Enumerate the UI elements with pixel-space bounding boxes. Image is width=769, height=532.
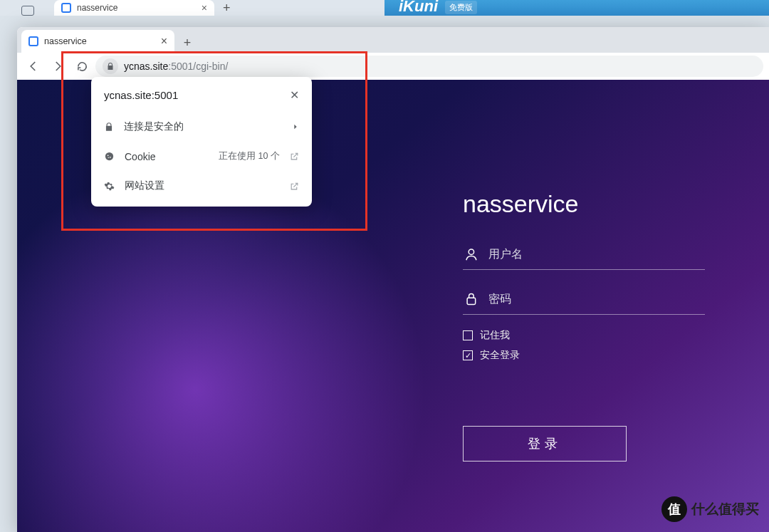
- secure-login-row[interactable]: ✓ 安全登录: [463, 349, 705, 362]
- site-info-popover: ycnas.site:5001 ✕ 连接是安全的 Cookie 正在使用 10 …: [91, 77, 312, 207]
- svg-point-2: [105, 152, 113, 160]
- site-settings-label: 网站设置: [125, 179, 164, 192]
- url-text: ycnas.site:5001/cgi-bin/: [124, 61, 228, 72]
- svg-point-3: [108, 155, 109, 156]
- favicon-icon: [61, 3, 71, 13]
- lock-icon: [464, 291, 478, 307]
- secure-login-checkbox[interactable]: ✓: [463, 350, 473, 360]
- login-button[interactable]: 登录: [463, 426, 627, 461]
- close-tab-icon[interactable]: ×: [161, 35, 167, 48]
- lock-icon: [104, 122, 114, 132]
- watermark-text: 什么值得买: [691, 500, 759, 518]
- svg-rect-1: [467, 298, 476, 304]
- site-info-button[interactable]: [103, 58, 118, 74]
- watermark-badge: 值: [661, 496, 687, 522]
- cookie-icon: [104, 151, 115, 162]
- password-input[interactable]: [488, 293, 703, 306]
- site-settings-row[interactable]: 网站设置: [104, 171, 299, 201]
- active-tab[interactable]: nasservice ×: [21, 30, 174, 53]
- favicon-icon: [28, 36, 38, 46]
- popover-close-button[interactable]: ✕: [290, 88, 299, 102]
- remember-checkbox[interactable]: [463, 330, 473, 340]
- watermark: 值 什么值得买: [661, 496, 759, 522]
- svg-point-0: [469, 249, 474, 254]
- address-bar[interactable]: ycnas.site:5001/cgi-bin/: [95, 56, 763, 77]
- connection-label: 连接是安全的: [124, 120, 184, 133]
- background-tab-title: nasservice: [77, 3, 117, 13]
- svg-point-4: [110, 157, 111, 158]
- back-button[interactable]: [23, 56, 44, 77]
- cookie-status: 正在使用 10 个: [219, 150, 280, 162]
- new-tab-button[interactable]: +: [177, 33, 197, 53]
- remember-label: 记住我: [480, 329, 510, 342]
- external-icon: [290, 152, 299, 161]
- tab-title: nasservice: [44, 36, 87, 46]
- cookie-row[interactable]: Cookie 正在使用 10 个: [104, 142, 299, 171]
- chevron-right-icon: [292, 123, 299, 130]
- new-tab-icon: +: [223, 1, 231, 16]
- popover-host: ycnas.site:5001: [104, 89, 178, 101]
- username-field[interactable]: [463, 239, 705, 270]
- username-input[interactable]: [488, 248, 703, 261]
- close-icon: ×: [202, 2, 207, 14]
- connection-row[interactable]: 连接是安全的: [104, 112, 299, 142]
- window-menu-icon: [21, 6, 34, 16]
- banner-tag: 免费版: [445, 1, 477, 14]
- login-panel: nasservice 记住我 ✓ 安全登录 登录: [463, 190, 705, 461]
- svg-point-5: [108, 157, 109, 158]
- user-icon: [464, 246, 478, 262]
- secure-login-label: 安全登录: [480, 349, 520, 362]
- forward-button[interactable]: [47, 56, 68, 77]
- cookie-label: Cookie: [125, 151, 156, 162]
- toolbar: ycnas.site:5001/cgi-bin/: [17, 53, 769, 80]
- password-field[interactable]: [463, 284, 705, 315]
- gear-icon: [104, 181, 115, 192]
- login-title: nasservice: [463, 190, 705, 218]
- background-tab: nasservice ×: [54, 0, 214, 16]
- banner-logo: iKuni: [399, 0, 438, 16]
- reload-button[interactable]: [71, 56, 93, 77]
- background-banner: iKuni 免费版: [384, 0, 769, 16]
- remember-row[interactable]: 记住我: [463, 329, 705, 342]
- external-icon: [290, 182, 299, 191]
- tab-strip: nasservice × +: [17, 27, 769, 53]
